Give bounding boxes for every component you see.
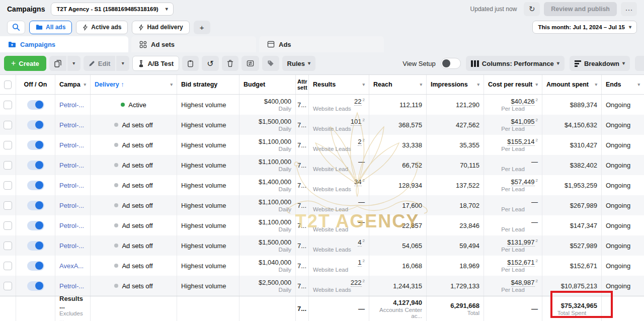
export-button[interactable]	[242, 56, 259, 71]
cost-value[interactable]: $40,426	[511, 98, 535, 106]
cost-value[interactable]: $48,987	[511, 279, 535, 287]
campaign-toggle[interactable]	[27, 221, 44, 230]
chevron-down-icon[interactable]: ▾	[477, 82, 479, 87]
campaign-toggle[interactable]	[27, 261, 44, 271]
campaign-name-link[interactable]: Petrol-...	[59, 242, 86, 250]
filter-had-delivery[interactable]: Had delivery	[132, 21, 189, 34]
undo-button[interactable]: ↺	[202, 56, 218, 71]
reports-button-partial[interactable]	[635, 56, 644, 71]
tab-ads[interactable]: Ads	[259, 36, 384, 52]
col-header-attr[interactable]: Attr sett	[296, 75, 309, 94]
duplicate-dropdown[interactable]: ▾	[67, 56, 80, 71]
col-header-ends[interactable]: Ends▾	[602, 75, 644, 94]
col-header-budget[interactable]: Budget	[239, 75, 296, 94]
chevron-down-icon[interactable]: ▾	[595, 82, 597, 87]
campaign-name-link[interactable]: Petrol-...	[59, 141, 86, 149]
campaign-toggle[interactable]	[27, 201, 44, 210]
row-checkbox[interactable]	[4, 161, 12, 170]
cost-value[interactable]: $155,214	[507, 138, 534, 146]
results-value[interactable]: 101	[351, 118, 362, 126]
results-value[interactable]: 2	[358, 138, 361, 146]
columns-button[interactable]: Columns: Performance ▾	[466, 56, 565, 71]
row-checkbox[interactable]	[4, 221, 12, 230]
col-header-spent[interactable]: Amount spent▾	[542, 75, 602, 94]
campaign-name-link[interactable]: Petrol-...	[59, 282, 86, 290]
cost-value[interactable]: —	[531, 198, 538, 206]
row-checkbox[interactable]	[4, 141, 12, 149]
cost-value[interactable]: $57,449	[511, 178, 535, 186]
campaign-toggle[interactable]	[27, 120, 44, 130]
col-header-results[interactable]: Results▾	[309, 75, 369, 94]
results-value[interactable]: 22	[354, 98, 361, 106]
select-all-checkbox[interactable]	[4, 81, 12, 89]
chevron-down-icon[interactable]: ▾	[170, 82, 173, 87]
ab-test-button[interactable]: A/B Test	[132, 56, 179, 71]
results-value[interactable]: —	[358, 198, 365, 206]
col-header-campaign[interactable]: Campa▾	[55, 75, 91, 94]
campaign-toggle[interactable]	[27, 140, 44, 150]
campaign-toggle[interactable]	[27, 100, 44, 110]
results-value[interactable]: 222	[351, 279, 362, 287]
chevron-down-icon[interactable]: ▾	[420, 82, 422, 87]
search-button[interactable]	[7, 21, 25, 34]
cost-value[interactable]: $152,671	[507, 259, 534, 267]
campaign-toggle[interactable]	[27, 281, 44, 291]
row-checkbox[interactable]	[4, 242, 12, 250]
campaign-name-link[interactable]: Petrol-...	[59, 101, 86, 109]
col-header-delivery[interactable]: Delivery ↑▾	[91, 75, 177, 94]
chevron-down-icon[interactable]: ▾	[84, 82, 86, 87]
campaign-name-link[interactable]: Petrol-...	[59, 202, 86, 209]
view-setup-toggle[interactable]	[441, 58, 461, 69]
campaign-toggle[interactable]	[27, 160, 44, 170]
campaign-toggle[interactable]	[27, 241, 44, 251]
tag-button[interactable]	[262, 56, 279, 71]
account-selector[interactable]: T2T Agency - S1 (1588169485318169) ▾	[51, 3, 173, 16]
chevron-down-icon[interactable]: ▾	[637, 82, 640, 87]
budget-cell: $1,100,000Daily	[239, 195, 296, 215]
edit-button[interactable]: Edit	[84, 56, 116, 71]
rules-button[interactable]: Rules ▾	[282, 56, 315, 71]
cost-value[interactable]: $41,095	[511, 118, 535, 126]
col-header-bid[interactable]: Bid strategy	[177, 75, 239, 94]
row-checkbox[interactable]	[4, 121, 12, 129]
results-value[interactable]: 34	[354, 178, 361, 186]
col-header-reach[interactable]: Reach▾	[369, 75, 427, 94]
col-header-cost[interactable]: Cost per result▾	[484, 75, 542, 94]
filter-active-ads[interactable]: Active ads	[76, 21, 128, 34]
col-header-impressions[interactable]: Impressions▾	[427, 75, 484, 94]
results-value[interactable]: 1	[358, 259, 361, 267]
review-publish-button[interactable]: Review and publish	[544, 2, 617, 16]
results-value[interactable]: 4	[358, 238, 361, 247]
campaign-name-link[interactable]: Petrol-...	[59, 121, 86, 129]
campaign-name-link[interactable]: Petrol-...	[59, 182, 86, 189]
results-value[interactable]: —	[358, 158, 365, 166]
tab-campaigns[interactable]: Campaigns	[0, 36, 128, 52]
campaign-name-link[interactable]: Petrol-...	[59, 222, 86, 229]
row-checkbox[interactable]	[4, 201, 12, 210]
cost-value[interactable]: $131,997	[507, 238, 534, 247]
duplicate-button[interactable]	[49, 56, 66, 71]
more-options-button[interactable]: ···	[621, 2, 637, 16]
breakdown-button[interactable]: Breakdown ▾	[570, 56, 630, 71]
row-checkbox[interactable]	[4, 282, 12, 290]
clipboard-button[interactable]	[182, 56, 199, 71]
chevron-down-icon[interactable]: ▾	[362, 82, 365, 87]
cost-value[interactable]: —	[531, 158, 538, 166]
filter-all-ads[interactable]: All ads	[29, 21, 72, 34]
campaign-name-link[interactable]: Petrol-...	[59, 162, 86, 169]
campaign-toggle[interactable]	[27, 181, 44, 190]
row-checkbox[interactable]	[4, 181, 12, 190]
chevron-down-icon[interactable]: ▾	[535, 82, 538, 87]
edit-dropdown[interactable]: ▾	[116, 56, 129, 71]
add-filter-button[interactable]: +	[194, 21, 210, 34]
cost-value[interactable]: —	[531, 218, 538, 226]
refresh-button[interactable]: ↻	[524, 2, 540, 16]
delete-button[interactable]	[222, 56, 238, 71]
row-checkbox[interactable]	[4, 262, 12, 270]
row-checkbox[interactable]	[4, 101, 12, 109]
campaign-name-link[interactable]: AvexA...	[59, 262, 86, 270]
results-value[interactable]: —	[358, 218, 365, 226]
tab-ad-sets[interactable]: Ad sets	[131, 36, 256, 52]
date-range-selector[interactable]: This month: Jul 1, 2024 – Jul 15 ▾	[532, 21, 637, 34]
create-button[interactable]: + Create	[4, 56, 46, 71]
